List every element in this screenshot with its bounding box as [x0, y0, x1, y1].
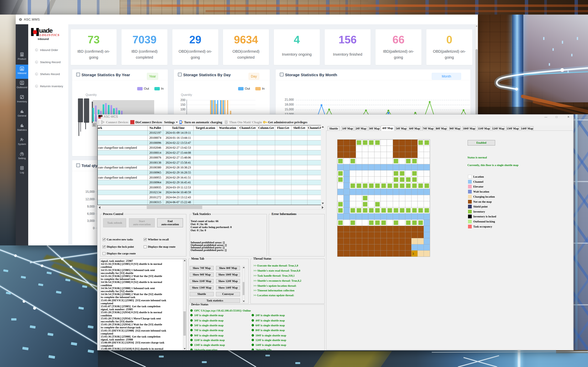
svg-text:LOGISTICS: LOGISTICS	[39, 33, 60, 37]
svg-text:3: 3	[412, 252, 414, 256]
svg-text:uade: uade	[39, 27, 52, 34]
